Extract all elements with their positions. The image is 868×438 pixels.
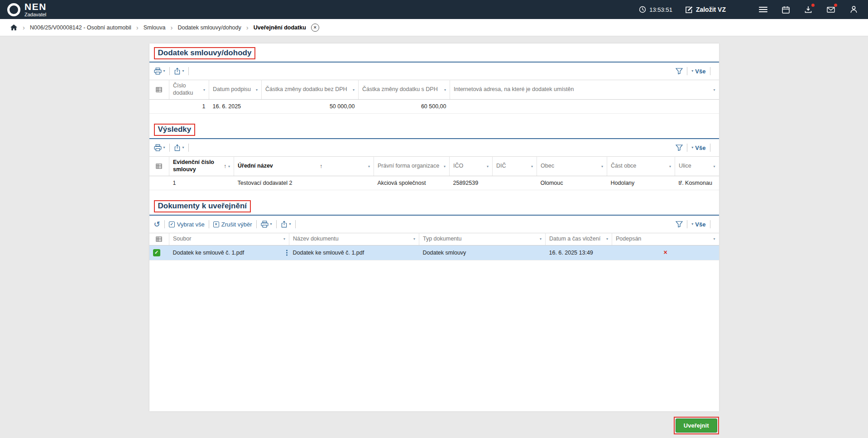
column-chooser[interactable] xyxy=(149,157,169,176)
column-header-datum-vlozeni[interactable]: Datum a čas vložení▾ xyxy=(546,233,612,245)
downloads-badge xyxy=(811,4,815,7)
select-all-button[interactable]: ✓ Vybrat vše xyxy=(169,221,205,228)
print-button[interactable]: ▾ xyxy=(154,67,165,75)
section-dodatek: Dodatek smlouvy/dohody ▾ ▾ xyxy=(149,43,719,114)
row-menu-icon[interactable] xyxy=(286,250,288,255)
filter-caret-icon[interactable]: ▾ xyxy=(531,164,533,168)
table-grid-icon xyxy=(156,87,162,92)
filter-caret-icon[interactable]: ▾ xyxy=(256,88,258,92)
column-header-datum-podpisu[interactable]: Datum podpisu▾ xyxy=(209,80,262,100)
column-header-internetova-adresa[interactable]: Internetová adresa, na které je dodatek … xyxy=(450,80,719,100)
user-icon xyxy=(850,6,857,13)
cell-evidencni-cislo: 1 xyxy=(169,176,234,190)
filter-caret-icon[interactable]: ▾ xyxy=(713,88,715,92)
export-button[interactable]: ▾ xyxy=(174,144,184,151)
filter-caret-icon[interactable]: ▾ xyxy=(601,164,603,168)
view-all-label: Vše xyxy=(695,68,705,75)
filter-funnel-icon xyxy=(676,221,683,227)
toolbar-separator xyxy=(687,220,687,228)
column-header-cislo-dodatku[interactable]: Číslo dodatku▾ xyxy=(169,80,209,100)
filter-button[interactable] xyxy=(676,68,683,74)
filter-caret-icon[interactable]: ▾ xyxy=(487,164,489,168)
clear-selection-button[interactable]: × Zrušit výběr xyxy=(213,221,252,228)
column-header-obec[interactable]: Obec▾ xyxy=(537,157,607,176)
toolbar-separator xyxy=(169,144,170,152)
column-header-ico[interactable]: IČO▾ xyxy=(450,157,493,176)
column-header-typ-dokumentu[interactable]: Typ dokumentu▾ xyxy=(419,233,546,245)
cell-cast-obce: Hodolany xyxy=(607,176,675,190)
column-chooser[interactable] xyxy=(149,233,169,245)
breadcrumb-item-dodatek[interactable]: Dodatek smlouvy/dohody xyxy=(177,24,241,31)
column-header-ulice[interactable]: Ulice▾ xyxy=(675,157,719,176)
breadcrumb-item-case[interactable]: N006/25/V00008142 - Osobní automobil xyxy=(30,24,131,31)
create-vz-button[interactable]: Založit VZ xyxy=(685,6,726,14)
filter-caret-icon[interactable]: ▾ xyxy=(713,164,715,168)
hamburger-icon xyxy=(759,6,767,13)
home-icon[interactable] xyxy=(10,24,18,31)
filter-caret-icon[interactable]: ▾ xyxy=(228,164,230,168)
dokumenty-header-row: Soubor▾ Název dokumentu▾ Typ dokumentu▾ … xyxy=(149,233,719,245)
filter-button[interactable] xyxy=(676,144,683,151)
view-all-button[interactable]: ▾ Vše xyxy=(691,68,705,75)
view-all-button[interactable]: ▾ Vše xyxy=(691,221,705,228)
chevron-down-icon: ▾ xyxy=(691,146,693,149)
filter-caret-icon[interactable]: ▾ xyxy=(283,237,285,241)
filter-caret-icon[interactable]: ▾ xyxy=(413,237,415,241)
view-all-button[interactable]: ▾ Vše xyxy=(691,144,705,151)
filter-caret-icon[interactable]: ▾ xyxy=(669,164,671,168)
chevron-down-icon[interactable]: ▾ xyxy=(182,146,184,149)
nen-logo[interactable]: NEN Zadavatel xyxy=(7,2,47,17)
column-header-dic[interactable]: DIČ▾ xyxy=(493,157,537,176)
clear-selection-label: Zrušit výběr xyxy=(221,221,252,228)
downloads-button[interactable] xyxy=(803,4,814,15)
filter-caret-icon[interactable]: ▾ xyxy=(444,88,446,92)
filter-caret-icon[interactable]: ▾ xyxy=(713,237,715,241)
calendar-button[interactable] xyxy=(780,4,791,15)
section-dokumenty: Dokumenty k uveřejnění ↺ ✓ Vybrat vše × … xyxy=(149,197,719,260)
dodatek-row[interactable]: 1 16. 6. 2025 50 000,00 60 500,00 xyxy=(149,100,719,114)
refresh-button[interactable]: ↺ xyxy=(154,221,160,228)
dokumenty-toolbar: ↺ ✓ Vybrat vše × Zrušit výběr ▾ xyxy=(149,216,719,233)
document-row[interactable]: ✓ Dodatek ke smlouvě č. 1.pdf Dodatek ke… xyxy=(149,245,719,260)
filter-caret-icon[interactable]: ▾ xyxy=(353,88,355,92)
column-header-soubor[interactable]: Soubor▾ xyxy=(169,233,289,245)
chevron-down-icon[interactable]: ▾ xyxy=(270,222,272,226)
column-header-uredni-nazev[interactable]: Úřední název↑▾ xyxy=(234,157,374,176)
export-button[interactable]: ▾ xyxy=(174,67,184,75)
column-header-evidencni-cislo[interactable]: Evidenční číslo smlouvy↑▾ xyxy=(169,157,234,176)
user-button[interactable] xyxy=(848,4,859,15)
row-checkbox-checked[interactable]: ✓ xyxy=(153,249,160,256)
column-header-nazev-dokumentu[interactable]: Název dokumentu▾ xyxy=(289,233,419,245)
export-button[interactable]: ▾ xyxy=(281,221,291,228)
column-header-podepsan[interactable]: Podepsán▾ xyxy=(612,233,719,245)
chevron-down-icon[interactable]: ▾ xyxy=(163,146,165,149)
column-header-cast-obce[interactable]: Část obce▾ xyxy=(607,157,675,176)
filter-caret-icon[interactable]: ▾ xyxy=(444,164,446,168)
filter-caret-icon[interactable]: ▾ xyxy=(368,164,370,168)
chevron-down-icon[interactable]: ▾ xyxy=(163,69,165,73)
print-button[interactable]: ▾ xyxy=(154,144,165,151)
column-header-castka-s-dph[interactable]: Částka změny dodatku s DPH▾ xyxy=(359,80,450,100)
chevron-down-icon[interactable]: ▾ xyxy=(182,69,184,73)
vysledky-table: Evidenční číslo smlouvy↑▾ Úřední název↑▾… xyxy=(149,156,719,190)
toolbar-separator xyxy=(710,67,710,75)
column-chooser[interactable] xyxy=(149,80,169,100)
filter-caret-icon[interactable]: ▾ xyxy=(606,237,608,241)
messages-button[interactable] xyxy=(825,4,836,15)
highlight-box: Dokumenty k uveřejnění xyxy=(154,200,251,212)
print-button[interactable]: ▾ xyxy=(261,221,272,228)
column-header-castka-bez-dph[interactable]: Částka změny dodatku bez DPH▾ xyxy=(262,80,359,100)
brand-name: NEN xyxy=(24,2,47,11)
column-header-pravni-forma[interactable]: Právní forma organizace▾ xyxy=(374,157,450,176)
publish-button[interactable]: Uveřejnit xyxy=(676,419,717,433)
breadcrumb-item-smlouva[interactable]: Smlouva xyxy=(144,24,166,31)
main-panel: Dodatek smlouvy/dohody ▾ ▾ xyxy=(149,43,719,411)
close-icon[interactable]: × xyxy=(311,24,319,32)
filter-caret-icon[interactable]: ▾ xyxy=(203,88,205,92)
chevron-down-icon[interactable]: ▾ xyxy=(289,222,291,226)
menu-button[interactable] xyxy=(758,4,768,15)
filter-caret-icon[interactable]: ▾ xyxy=(540,237,542,241)
export-icon xyxy=(281,221,288,228)
filter-button[interactable] xyxy=(676,221,683,227)
vysledky-row[interactable]: 1 Testovací dodavatel 2 Akciová společno… xyxy=(149,176,719,190)
